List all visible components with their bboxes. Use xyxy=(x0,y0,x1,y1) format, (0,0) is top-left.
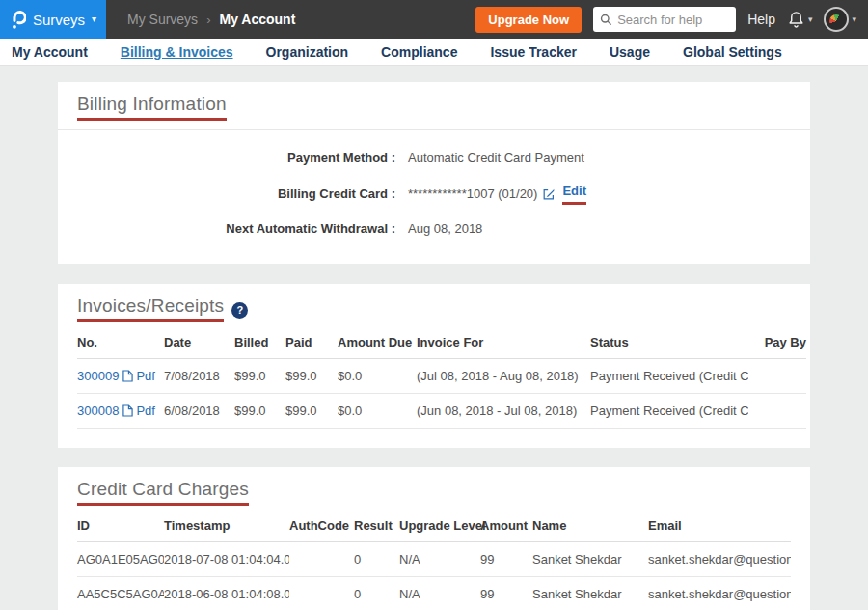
topbar-actions: Upgrade Now Help ▾ ▾ xyxy=(475,7,868,33)
help-icon[interactable]: ? xyxy=(231,302,248,319)
charge-row: AG0A1E05AG0A 2018-07-08 01:04:04.0 0 N/A… xyxy=(77,542,791,577)
invoice-pay-by xyxy=(748,359,806,394)
col-invoice-for: Invoice For xyxy=(417,326,590,359)
top-bar: Surveys ▾ My Surveys › My Account Upgrad… xyxy=(0,0,868,39)
invoice-paid: $99.0 xyxy=(285,359,338,394)
invoice-pdf-link[interactable]: Pdf xyxy=(122,403,155,418)
invoice-date: 6/08/2018 xyxy=(164,394,234,429)
tab-global-settings[interactable]: Global Settings xyxy=(683,44,782,60)
billing-info-rows: Payment Method : Automatic Credit Card P… xyxy=(77,130,791,245)
invoice-pdf-link[interactable]: Pdf xyxy=(122,369,155,383)
credit-card-charges-card: Credit Card Charges ID Timestamp AuthCod… xyxy=(58,467,810,610)
billing-information-title: Billing Information xyxy=(77,94,791,121)
invoice-for: (Jul 08, 2018 - Aug 08, 2018) xyxy=(417,359,590,394)
payment-method-value: Automatic Credit Card Payment xyxy=(408,150,584,167)
invoices-receipts-card: Invoices/Receipts ? No. Date Billed Paid… xyxy=(58,284,810,448)
tab-organization[interactable]: Organization xyxy=(266,44,349,60)
col-amount: Amount xyxy=(480,510,532,542)
breadcrumb-parent[interactable]: My Surveys xyxy=(127,12,198,27)
notifications-menu[interactable]: ▾ xyxy=(787,10,813,29)
col-timestamp: Timestamp xyxy=(164,510,289,542)
search-input[interactable] xyxy=(617,13,729,27)
product-label: Surveys xyxy=(33,12,85,28)
invoice-amount-due: $0.0 xyxy=(338,394,417,429)
search-icon xyxy=(600,14,612,26)
next-withdrawal-row: Next Automatic Withdrawal : Aug 08, 2018 xyxy=(77,212,791,245)
account-nav-tabs: My Account Billing & Invoices Organizati… xyxy=(0,39,868,66)
invoice-row: 300008 Pdf 6/08/2018 $99.0 $99.0 $0.0 (J… xyxy=(77,394,806,429)
breadcrumb: My Surveys › My Account xyxy=(127,12,295,27)
product-switcher[interactable]: Surveys ▾ xyxy=(0,0,106,39)
col-upgrade-level: Upgrade Level xyxy=(399,510,480,542)
col-date: Date xyxy=(164,326,234,359)
invoice-amount-due: $0.0 xyxy=(338,359,417,394)
col-billed: Billed xyxy=(234,326,285,359)
invoice-status: Payment Received (Credit Card) xyxy=(590,394,748,429)
avatar xyxy=(824,7,849,32)
col-no: No. xyxy=(77,326,164,359)
pdf-icon xyxy=(122,404,133,417)
billing-credit-card-row: Billing Credit Card : ************1007 (… xyxy=(77,175,791,212)
charge-email: sanket.shekdar@questionpro.com xyxy=(648,577,791,610)
col-authcode: AuthCode xyxy=(289,510,354,542)
tab-usage[interactable]: Usage xyxy=(610,44,650,60)
account-menu[interactable]: ▾ xyxy=(824,7,856,32)
upgrade-now-button[interactable]: Upgrade Now xyxy=(475,7,582,33)
charges-header-row: ID Timestamp AuthCode Result Upgrade Lev… xyxy=(77,510,791,542)
col-pay-by: Pay By xyxy=(748,326,806,359)
next-withdrawal-label: Next Automatic Withdrawal : xyxy=(77,220,395,237)
charge-authcode xyxy=(289,577,354,610)
tab-issue-tracker[interactable]: Issue Tracker xyxy=(490,44,577,60)
help-link[interactable]: Help xyxy=(747,12,775,27)
charge-amount: 99 xyxy=(480,542,532,577)
bell-icon xyxy=(787,10,805,29)
col-paid: Paid xyxy=(285,326,338,359)
chevron-down-icon: ▾ xyxy=(92,14,96,24)
charge-email: sanket.shekdar@questionpro.com xyxy=(648,542,791,577)
invoice-pay-by xyxy=(748,394,806,429)
invoice-billed: $99.0 xyxy=(234,394,285,429)
invoice-for: (Jun 08, 2018 - Jul 08, 2018) xyxy=(417,394,590,429)
charge-amount: 99 xyxy=(480,577,532,610)
charge-name: Sanket Shekdar xyxy=(532,542,648,577)
charge-timestamp: 2018-06-08 01:04:08.0 xyxy=(164,577,289,610)
questionpro-logo-icon xyxy=(10,9,26,30)
col-result: Result xyxy=(354,510,399,542)
tab-billing-invoices[interactable]: Billing & Invoices xyxy=(121,44,233,60)
charge-name: Sanket Shekdar xyxy=(532,577,648,610)
invoices-table: No. Date Billed Paid Amount Due Invoice … xyxy=(77,326,806,429)
billing-credit-card-value: ************1007 (01/20) Edit xyxy=(408,182,586,205)
tab-my-account[interactable]: My Account xyxy=(12,44,88,60)
chevron-down-icon: ▾ xyxy=(852,14,856,24)
invoice-row: 300009 Pdf 7/08/2018 $99.0 $99.0 $0.0 (J… xyxy=(77,359,806,394)
credit-card-charges-title: Credit Card Charges xyxy=(77,479,791,506)
help-search[interactable] xyxy=(593,7,736,32)
invoice-number-link[interactable]: 300008 xyxy=(77,403,119,418)
invoice-billed: $99.0 xyxy=(234,359,285,394)
charges-table: ID Timestamp AuthCode Result Upgrade Lev… xyxy=(77,510,791,610)
billing-credit-card-label: Billing Credit Card : xyxy=(77,185,395,203)
invoice-status: Payment Received (Credit Card) xyxy=(590,359,748,394)
tab-compliance[interactable]: Compliance xyxy=(381,44,457,60)
invoices-header-row: No. Date Billed Paid Amount Due Invoice … xyxy=(77,326,806,359)
charge-authcode xyxy=(289,542,354,577)
charge-row: AA5C5C5AG0A 2018-06-08 01:04:08.0 0 N/A … xyxy=(77,577,791,610)
charge-id: AG0A1E05AG0A xyxy=(77,542,164,577)
page-content: Billing Information Payment Method : Aut… xyxy=(0,66,868,610)
breadcrumb-current: My Account xyxy=(219,12,295,27)
pdf-icon xyxy=(122,370,133,382)
edit-card-link[interactable]: Edit xyxy=(562,182,586,205)
charge-result: 0 xyxy=(354,577,399,610)
invoices-receipts-title: Invoices/Receipts xyxy=(77,295,224,322)
charge-upgrade-level: N/A xyxy=(399,577,480,610)
breadcrumb-separator-icon: › xyxy=(206,13,210,27)
col-name: Name xyxy=(532,510,648,542)
billing-information-card: Billing Information Payment Method : Aut… xyxy=(58,82,810,264)
invoice-number-link[interactable]: 300009 xyxy=(77,369,119,383)
charge-result: 0 xyxy=(354,542,399,577)
payment-method-row: Payment Method : Automatic Credit Card P… xyxy=(77,142,791,175)
next-withdrawal-value: Aug 08, 2018 xyxy=(408,220,482,237)
edit-icon[interactable] xyxy=(542,187,556,201)
payment-method-label: Payment Method : xyxy=(77,150,395,167)
charge-upgrade-level: N/A xyxy=(399,542,480,577)
